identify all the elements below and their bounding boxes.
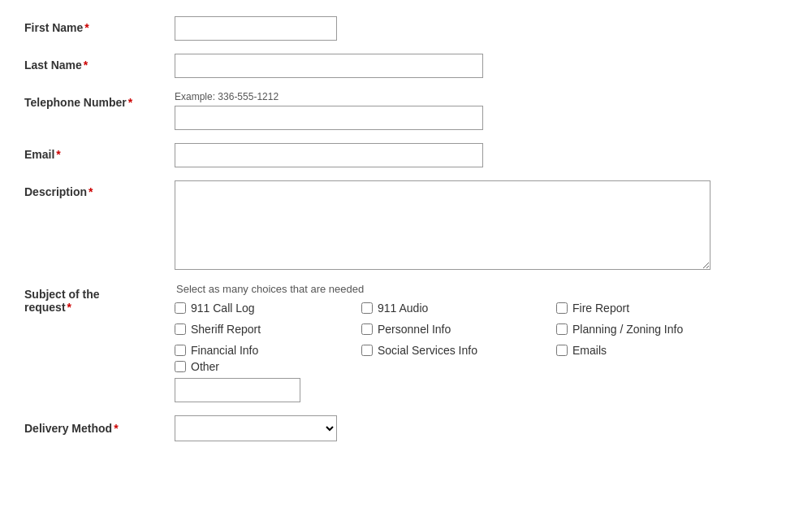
checkbox-label-fire-report: Fire Report (572, 302, 629, 315)
checkbox-other[interactable] (175, 361, 186, 372)
checkboxes-grid: 911 Call Log 911 Audio Fire Report Sheri… (175, 302, 747, 357)
telephone-required: * (128, 96, 132, 109)
email-input[interactable] (175, 143, 483, 167)
email-required: * (56, 148, 60, 161)
checkbox-item-personnel-info[interactable]: Personnel Info (361, 323, 548, 336)
subject-content: Select as many choices that are needed 9… (175, 283, 747, 402)
first-name-row: First Name* (24, 16, 747, 41)
delivery-method-label: Delivery Method* (24, 422, 175, 435)
checkbox-911-call-log[interactable] (175, 302, 186, 314)
first-name-required: * (84, 21, 89, 34)
checkbox-label-social-services: Social Services Info (378, 344, 477, 357)
checkbox-label-planning-zoning: Planning / Zoning Info (572, 323, 683, 336)
checkbox-label-financial-info: Financial Info (191, 344, 258, 357)
other-text-input[interactable] (175, 378, 300, 402)
first-name-label-text: First Name (24, 21, 83, 34)
checkbox-item-911-audio[interactable]: 911 Audio (361, 302, 548, 315)
delivery-method-required: * (114, 422, 118, 435)
other-block: Other (175, 360, 747, 402)
first-name-input[interactable] (175, 16, 337, 41)
checkbox-item-other[interactable]: Other (175, 360, 747, 373)
checkbox-emails[interactable] (556, 345, 568, 356)
checkbox-label-personnel-info: Personnel Info (378, 323, 451, 336)
checkbox-label-911-call-log: 911 Call Log (191, 302, 255, 315)
description-required: * (89, 185, 93, 198)
last-name-row: Last Name* (24, 54, 747, 78)
subject-hint: Select as many choices that are needed (175, 283, 747, 295)
telephone-label: Telephone Number* (24, 91, 175, 109)
checkbox-item-emails[interactable]: Emails (556, 344, 735, 357)
checkbox-social-services[interactable] (361, 345, 373, 356)
first-name-label: First Name* (24, 16, 175, 34)
telephone-hint: Example: 336-555-1212 (175, 91, 747, 102)
subject-label: Subject of therequest* (24, 283, 175, 314)
checkbox-planning-zoning[interactable] (556, 323, 568, 335)
telephone-row: Telephone Number* Example: 336-555-1212 (24, 91, 747, 130)
description-textarea[interactable] (175, 180, 710, 270)
delivery-method-row: Delivery Method* Email Mail Pick Up (24, 415, 747, 441)
checkbox-item-financial-info[interactable]: Financial Info (175, 344, 353, 357)
form-container: First Name* Last Name* Telephone Number*… (0, 0, 771, 458)
checkbox-personnel-info[interactable] (361, 323, 373, 335)
subject-row: Subject of therequest* Select as many ch… (24, 283, 747, 402)
checkbox-item-fire-report[interactable]: Fire Report (556, 302, 735, 315)
checkbox-item-sheriff-report[interactable]: Sheriff Report (175, 323, 353, 336)
last-name-required: * (84, 59, 88, 72)
telephone-label-text: Telephone Number (24, 96, 127, 109)
first-name-field-wrapper (175, 16, 747, 41)
checkbox-sheriff-report[interactable] (175, 323, 186, 335)
checkbox-label-other: Other (191, 360, 219, 373)
checkbox-item-911-call-log[interactable]: 911 Call Log (175, 302, 353, 315)
checkbox-financial-info[interactable] (175, 345, 186, 356)
email-label-text: Email (24, 148, 54, 161)
last-name-label: Last Name* (24, 54, 175, 72)
checkbox-fire-report[interactable] (556, 302, 568, 314)
email-label: Email* (24, 143, 175, 161)
checkbox-item-planning-zoning[interactable]: Planning / Zoning Info (556, 323, 735, 336)
description-label: Description* (24, 180, 175, 198)
telephone-field-wrapper: Example: 336-555-1212 (175, 91, 747, 130)
description-row: Description* (24, 180, 747, 270)
telephone-input[interactable] (175, 106, 483, 130)
checkbox-label-emails: Emails (572, 344, 607, 357)
delivery-method-select[interactable]: Email Mail Pick Up (175, 415, 337, 441)
checkbox-label-sheriff-report: Sheriff Report (191, 323, 261, 336)
description-label-text: Description (24, 185, 87, 198)
checkbox-label-911-audio: 911 Audio (378, 302, 428, 315)
last-name-field-wrapper (175, 54, 747, 78)
checkbox-item-social-services[interactable]: Social Services Info (361, 344, 548, 357)
checkbox-911-audio[interactable] (361, 302, 373, 314)
email-field-wrapper (175, 143, 747, 167)
last-name-label-text: Last Name (24, 59, 82, 72)
last-name-input[interactable] (175, 54, 483, 78)
delivery-method-label-text: Delivery Method (24, 422, 112, 435)
email-row: Email* (24, 143, 747, 167)
description-field-wrapper (175, 180, 747, 270)
subject-required: * (67, 301, 71, 314)
